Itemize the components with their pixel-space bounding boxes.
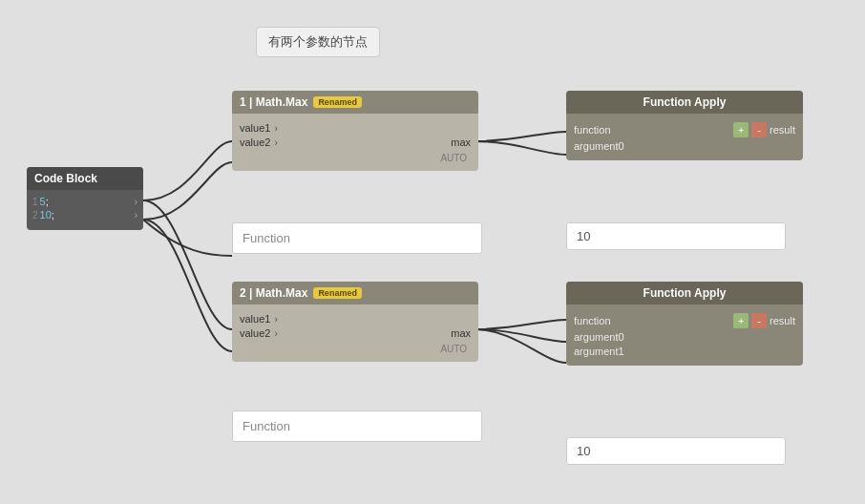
function-input-1[interactable]: Function: [232, 222, 482, 254]
func-function-label-1: function: [574, 124, 611, 136]
function-input-2[interactable]: Function: [232, 410, 482, 442]
port-row-value2-2: value2 › max: [240, 327, 471, 339]
func-apply-2-header: Function Apply: [566, 282, 803, 304]
code-line-2: 2 10 ; ›: [32, 209, 137, 220]
math-max-2-header: 2 | Math.Max Renamed: [232, 282, 478, 304]
output-value-1: 10: [566, 222, 786, 250]
func-function-label-2: function: [574, 315, 611, 326]
renamed-badge-1: Renamed: [313, 96, 362, 108]
func-port-function-1: function + - result: [574, 122, 795, 137]
canvas: 有两个参数的节点 Code Block 1 5 ; › 2 10 ; › 1 |…: [0, 0, 865, 504]
minus-button-2[interactable]: -: [751, 313, 767, 328]
func-port-arg0-2: argument0: [574, 331, 795, 343]
math-max-2-title: 2 | Math.Max: [240, 286, 307, 300]
result-label-2: result: [770, 315, 795, 326]
func-port-function-2: function + - result: [574, 313, 795, 328]
port-row-value1: value1 ›: [240, 122, 471, 134]
func-apply-node-1: Function Apply function + - result argum…: [566, 91, 803, 160]
plus-button-2[interactable]: +: [733, 313, 749, 328]
renamed-badge-2: Renamed: [313, 287, 362, 299]
tooltip-bubble: 有两个参数的节点: [256, 27, 380, 57]
result-label-1: result: [770, 124, 795, 136]
func-arg0-label-2: argument0: [574, 331, 624, 343]
func-arg1-label-2: argument1: [574, 346, 624, 357]
math-max-1-header: 1 | Math.Max Renamed: [232, 91, 478, 114]
code-block-title: Code Block: [27, 167, 143, 190]
tooltip-text: 有两个参数的节点: [268, 34, 368, 49]
func-controls-1: + - result: [733, 122, 795, 137]
output-value-1-text: 10: [577, 229, 590, 243]
func-controls-2: + - result: [733, 313, 795, 328]
arrow-icon-v2: ›: [274, 137, 277, 148]
code-block-node: Code Block 1 5 ; › 2 10 ; ›: [27, 167, 143, 230]
auto-label-1: AUTO: [240, 151, 471, 165]
math-max-node-1: 1 | Math.Max Renamed value1 › value2 › m…: [232, 91, 478, 171]
func-apply-node-2: Function Apply function + - result argum…: [566, 282, 803, 366]
func-apply-1-header: Function Apply: [566, 91, 803, 114]
arrow-icon-v1: ›: [274, 123, 277, 134]
plus-button-1[interactable]: +: [733, 122, 749, 137]
function-input-2-text: Function: [243, 419, 290, 433]
code-line-1: 1 5 ; ›: [32, 196, 137, 207]
function-input-1-text: Function: [243, 231, 290, 245]
arrow-icon-v1-2: ›: [274, 314, 277, 325]
func-arg0-label-1: argument0: [574, 140, 624, 152]
minus-button-1[interactable]: -: [751, 122, 767, 137]
math-max-node-2: 2 | Math.Max Renamed value1 › value2 › m…: [232, 282, 478, 362]
math-max-1-title: 1 | Math.Max: [240, 95, 307, 109]
func-port-arg1-2: argument1: [574, 346, 795, 357]
arrow-icon-v2-2: ›: [274, 328, 277, 339]
auto-label-2: AUTO: [240, 342, 471, 356]
port-row-value2: value2 › max: [240, 136, 471, 148]
func-port-arg0-1: argument0: [574, 140, 795, 152]
port-row-value1-2: value1 ›: [240, 313, 471, 325]
output-value-2: 10: [566, 437, 786, 465]
output-value-2-text: 10: [577, 444, 590, 458]
